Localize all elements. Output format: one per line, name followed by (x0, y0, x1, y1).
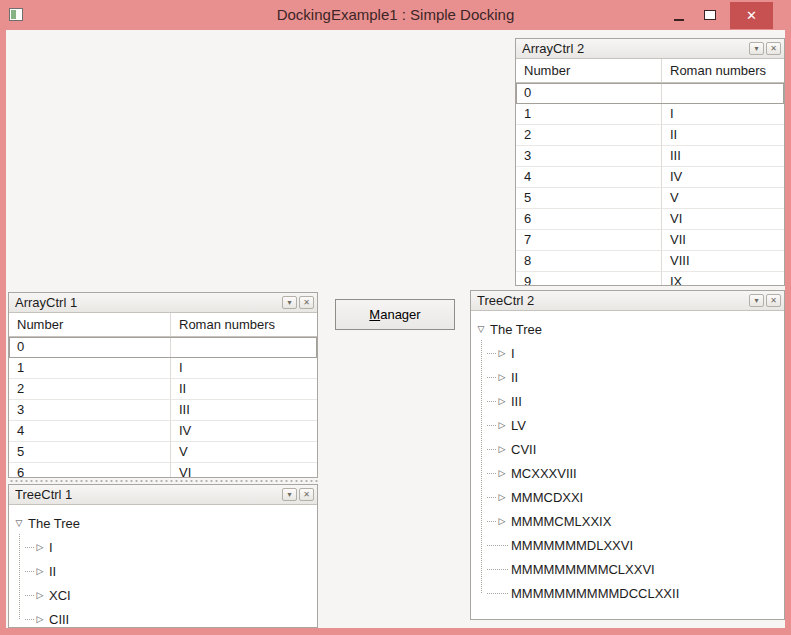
panel-close-button[interactable]: ✕ (299, 296, 314, 309)
cell-number[interactable]: 1 (9, 358, 171, 379)
cell-number[interactable]: 6 (516, 209, 662, 230)
expand-icon[interactable]: ▷ (496, 493, 508, 502)
close-button[interactable]: ✕ (730, 2, 773, 29)
panel-arrayctrl2-titlebar[interactable]: ArrayCtrl 2 ▾ ✕ (516, 39, 784, 59)
minimize-button[interactable] (663, 2, 694, 29)
tree-item[interactable]: ▷ III (471, 389, 784, 413)
cell-roman[interactable]: II (662, 125, 784, 146)
cell-roman[interactable]: IV (662, 167, 784, 188)
panel-treectrl2-titlebar[interactable]: TreeCtrl 2 ▾ ✕ (471, 291, 784, 311)
table-row[interactable]: 8 VIII (516, 251, 784, 272)
cell-roman[interactable]: III (171, 400, 317, 421)
tree-item[interactable]: MMMMMMMDLXXVI (471, 533, 784, 557)
cell-number[interactable]: 7 (516, 230, 662, 251)
expand-icon[interactable]: ▷ (34, 567, 46, 576)
panel-menu-button[interactable]: ▾ (749, 294, 764, 307)
cell-roman[interactable]: VI (662, 209, 784, 230)
tree-item[interactable]: ▷ I (9, 535, 317, 559)
column-header-roman[interactable]: Roman numbers (662, 59, 784, 82)
cell-roman[interactable] (662, 83, 784, 104)
tree-item[interactable]: ▷ LV (471, 413, 784, 437)
cell-roman[interactable]: I (171, 358, 317, 379)
column-header-number[interactable]: Number (516, 59, 662, 82)
cell-number[interactable]: 6 (9, 463, 171, 477)
manager-button[interactable]: Manager (335, 299, 455, 330)
cell-roman[interactable]: VII (662, 230, 784, 251)
table-row[interactable]: 3 III (9, 400, 317, 421)
table-row[interactable]: 1 I (516, 104, 784, 125)
cell-number[interactable]: 0 (516, 83, 662, 104)
cell-roman[interactable]: VIII (662, 251, 784, 272)
expand-icon[interactable]: ▷ (496, 373, 508, 382)
panel-menu-button[interactable]: ▾ (282, 296, 297, 309)
tree-item[interactable]: ▷ MMMCDXXI (471, 485, 784, 509)
table-row[interactable]: 7 VII (516, 230, 784, 251)
tree-item[interactable]: MMMMMMMMMCLXXVI (471, 557, 784, 581)
expand-icon[interactable]: ▷ (34, 543, 46, 552)
cell-roman[interactable]: VI (171, 463, 317, 477)
table-row[interactable]: 3 III (516, 146, 784, 167)
collapse-icon[interactable]: ▽ (13, 519, 25, 528)
expand-icon[interactable]: ▷ (496, 517, 508, 526)
tree-item[interactable]: ▷ CVII (471, 437, 784, 461)
cell-number[interactable]: 0 (9, 337, 171, 358)
collapse-icon[interactable]: ▽ (475, 325, 487, 334)
table-row[interactable]: 5 V (9, 442, 317, 463)
cell-roman[interactable]: I (662, 104, 784, 125)
tree-item[interactable]: ▷ MMMMCMLXXIX (471, 509, 784, 533)
titlebar[interactable]: DockingExample1 : Simple Docking ✕ (0, 0, 791, 30)
expand-icon[interactable]: ▷ (496, 421, 508, 430)
expand-icon[interactable]: ▷ (34, 591, 46, 600)
cell-roman[interactable]: IV (171, 421, 317, 442)
cell-roman[interactable]: V (662, 188, 784, 209)
table-row[interactable]: 9 IX (516, 272, 784, 285)
cell-number[interactable]: 2 (9, 379, 171, 400)
table-row[interactable]: 2 II (516, 125, 784, 146)
cell-roman[interactable] (171, 337, 317, 358)
tree-item[interactable]: MMMMMMMMMMDCCLXXII (471, 581, 784, 605)
panel-menu-button[interactable]: ▾ (749, 42, 764, 55)
cell-number[interactable]: 2 (516, 125, 662, 146)
cell-number[interactable]: 5 (516, 188, 662, 209)
expand-icon[interactable]: ▷ (34, 615, 46, 624)
panel-arrayctrl1-titlebar[interactable]: ArrayCtrl 1 ▾ ✕ (9, 293, 317, 313)
cell-number[interactable]: 9 (516, 272, 662, 285)
table-row[interactable]: 4 IV (9, 421, 317, 442)
table-row[interactable]: 6 VI (516, 209, 784, 230)
panel-close-button[interactable]: ✕ (766, 294, 781, 307)
expand-icon[interactable]: ▷ (496, 445, 508, 454)
cell-number[interactable]: 1 (516, 104, 662, 125)
tree-item-root[interactable]: ▽ The Tree (471, 317, 784, 341)
tree-item[interactable]: ▷ XCI (9, 583, 317, 607)
tree-item-root[interactable]: ▽ The Tree (9, 511, 317, 535)
expand-icon[interactable]: ▷ (496, 469, 508, 478)
table-row[interactable]: 6 VI (9, 463, 317, 477)
tree-item[interactable]: ▷ CIII (9, 607, 317, 627)
expand-icon[interactable]: ▷ (496, 397, 508, 406)
table-row[interactable]: 4 IV (516, 167, 784, 188)
tree-item[interactable]: ▷ II (471, 365, 784, 389)
cell-roman[interactable]: V (171, 442, 317, 463)
tree-item[interactable]: ▷ I (471, 341, 784, 365)
panel-close-button[interactable]: ✕ (299, 488, 314, 501)
cell-number[interactable]: 8 (516, 251, 662, 272)
cell-number[interactable]: 5 (9, 442, 171, 463)
column-header-roman[interactable]: Roman numbers (171, 313, 317, 336)
cell-number[interactable]: 3 (516, 146, 662, 167)
table-row[interactable]: 2 II (9, 379, 317, 400)
panel-treectrl1-titlebar[interactable]: TreeCtrl 1 ▾ ✕ (9, 485, 317, 505)
table-row[interactable]: 0 (516, 83, 784, 104)
panel-menu-button[interactable]: ▾ (282, 488, 297, 501)
maximize-button[interactable] (694, 2, 725, 29)
cell-number[interactable]: 3 (9, 400, 171, 421)
expand-icon[interactable]: ▷ (496, 349, 508, 358)
cell-number[interactable]: 4 (516, 167, 662, 188)
table-row[interactable]: 1 I (9, 358, 317, 379)
column-header-number[interactable]: Number (9, 313, 171, 336)
cell-roman[interactable]: II (171, 379, 317, 400)
panel-close-button[interactable]: ✕ (766, 42, 781, 55)
cell-number[interactable]: 4 (9, 421, 171, 442)
tree-item[interactable]: ▷ II (9, 559, 317, 583)
table-row[interactable]: 5 V (516, 188, 784, 209)
cell-roman[interactable]: IX (662, 272, 784, 285)
